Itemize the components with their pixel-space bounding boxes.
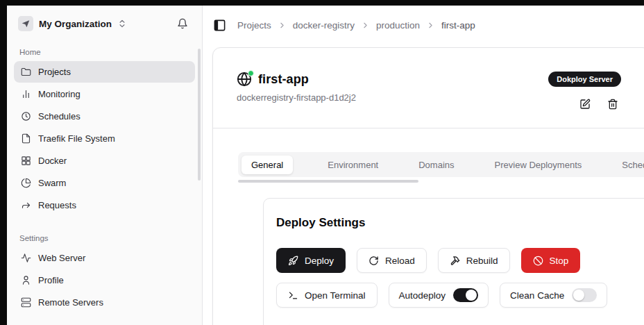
rocket-icon (288, 256, 298, 266)
reload-button-label: Reload (385, 256, 415, 266)
deploy-button[interactable]: Deploy (276, 248, 346, 273)
app-card-header: first-app dockerregistry-firstapp-d1d2j2… (213, 48, 644, 128)
tab-list: General Environment Domains Preview Depl… (238, 152, 644, 177)
breadcrumb-item-docker-registry[interactable]: docker-registry (293, 20, 355, 31)
sidebar-section-settings: Settings (7, 216, 202, 247)
chevron-right-icon (361, 21, 370, 30)
tab-preview-deployments[interactable]: Preview Deployments (489, 156, 588, 174)
app-card-header-right: Dokploy Server (548, 72, 621, 110)
sidebar-item-label: Swarm (38, 178, 66, 188)
status-online-dot (248, 70, 254, 76)
user-icon (21, 275, 31, 285)
sidebar-scrollbar[interactable] (198, 49, 201, 181)
app-actions (579, 99, 621, 110)
sidebar-item-label: Docker (38, 156, 67, 166)
bar-chart-icon (21, 89, 31, 99)
rebuild-button-label: Rebuild (466, 256, 498, 266)
sidebar-item-label: Traefik File System (38, 133, 115, 144)
tab-general[interactable]: General (242, 156, 293, 174)
clean-cache-switch[interactable] (572, 288, 597, 302)
deploy-settings-card: Deploy Settings Deploy Reload Rebuild (263, 198, 644, 325)
deploy-options-row: Open Terminal Autodeploy Clean Cache (276, 283, 644, 308)
server-badge: Dokploy Server (548, 72, 621, 87)
breadcrumb-item-projects[interactable]: Projects (237, 20, 271, 31)
refresh-icon (368, 256, 379, 266)
server-icon (21, 297, 31, 308)
globe-icon (237, 72, 252, 87)
tab-domains[interactable]: Domains (413, 156, 459, 174)
forward-arrow-icon (21, 200, 31, 210)
autodeploy-toggle-group: Autodeploy (389, 283, 489, 308)
org-switcher[interactable]: My Organization (7, 6, 202, 38)
sidebar-item-label: Profile (38, 275, 64, 285)
sidebar-item-label: Remote Servers (38, 297, 103, 308)
sidebar-item-projects[interactable]: Projects (14, 61, 195, 83)
tabs-area: General Environment Domains Preview Depl… (213, 128, 644, 325)
sidebar-item-web-server[interactable]: Web Server (14, 247, 195, 269)
breadcrumb-item-first-app: first-app (441, 20, 475, 31)
app-card: first-app dockerregistry-firstapp-d1d2j2… (212, 47, 644, 325)
open-terminal-button[interactable]: Open Terminal (276, 283, 378, 308)
clean-cache-label: Clean Cache (510, 290, 564, 301)
clock-icon (21, 111, 31, 122)
sidebar-item-profile[interactable]: Profile (14, 269, 195, 291)
deploy-settings-title: Deploy Settings (276, 216, 644, 230)
sidebar-item-traefik-file-system[interactable]: Traefik File System (14, 128, 195, 149)
activity-icon (21, 253, 31, 263)
hammer-icon (450, 256, 460, 266)
tabs-horizontal-scrollbar[interactable] (238, 180, 418, 183)
stop-button-label: Stop (550, 256, 569, 266)
autodeploy-label: Autodeploy (399, 290, 446, 301)
file-icon (21, 133, 31, 144)
autodeploy-switch[interactable] (453, 288, 478, 302)
app-identity: first-app dockerregistry-firstapp-d1d2j2 (237, 72, 356, 103)
deploy-button-label: Deploy (305, 256, 334, 266)
org-name: My Organization (39, 19, 112, 29)
clean-cache-toggle-group: Clean Cache (500, 283, 607, 308)
sidebar-item-schedules[interactable]: Schedules (14, 106, 195, 127)
breadcrumb-item-production[interactable]: production (376, 20, 420, 31)
sidebar-item-label: Requests (38, 200, 76, 210)
tab-schedules[interactable]: Schedules (616, 156, 644, 174)
deploy-actions-row: Deploy Reload Rebuild Stop (276, 248, 644, 273)
stop-button[interactable]: Stop (521, 248, 581, 273)
edit-icon[interactable] (579, 99, 591, 110)
open-terminal-button-label: Open Terminal (305, 290, 366, 301)
pie-chart-icon (21, 178, 31, 188)
app-title: first-app (258, 72, 309, 87)
sidebar-item-label: Schedules (38, 111, 80, 122)
sidebar-item-requests[interactable]: Requests (14, 194, 195, 216)
tab-environment[interactable]: Environment (322, 156, 384, 174)
window-left-strip (0, 0, 7, 325)
window-top-strip (0, 0, 644, 6)
terminal-icon (288, 290, 298, 301)
sidebar: My Organization Home Projects Monitoring… (7, 6, 203, 325)
org-logo-icon (18, 16, 33, 31)
rebuild-button[interactable]: Rebuild (438, 248, 510, 273)
sidebar-toggle-icon[interactable] (213, 19, 226, 32)
boxes-icon (21, 156, 31, 166)
bell-icon[interactable] (177, 18, 188, 29)
sidebar-item-swarm[interactable]: Swarm (14, 172, 195, 194)
sidebar-section-home: Home (7, 38, 202, 61)
app-subtitle: dockerregistry-firstapp-d1d2j2 (237, 92, 356, 103)
sidebar-item-label: Monitoring (38, 89, 80, 99)
chevron-right-icon (278, 21, 287, 30)
ban-icon (533, 256, 543, 266)
main-content: Projects docker-registry production firs… (203, 6, 644, 325)
chevrons-up-down-icon[interactable] (117, 19, 127, 28)
trash-icon[interactable] (607, 99, 618, 110)
sidebar-item-monitoring[interactable]: Monitoring (14, 83, 195, 105)
sidebar-nav-home: Projects Monitoring Schedules Traefik Fi… (14, 61, 195, 216)
sidebar-item-docker[interactable]: Docker (14, 150, 195, 172)
folder-icon (21, 67, 31, 77)
breadcrumb: Projects docker-registry production firs… (237, 20, 475, 31)
sidebar-item-remote-servers[interactable]: Remote Servers (14, 292, 195, 313)
reload-button[interactable]: Reload (357, 248, 427, 273)
sidebar-nav-settings: Web Server Profile Remote Servers (14, 247, 195, 313)
sidebar-item-label: Projects (38, 67, 71, 77)
chevron-right-icon (426, 21, 435, 30)
sidebar-item-label: Web Server (38, 253, 85, 263)
breadcrumb-row: Projects docker-registry production firs… (203, 6, 644, 44)
